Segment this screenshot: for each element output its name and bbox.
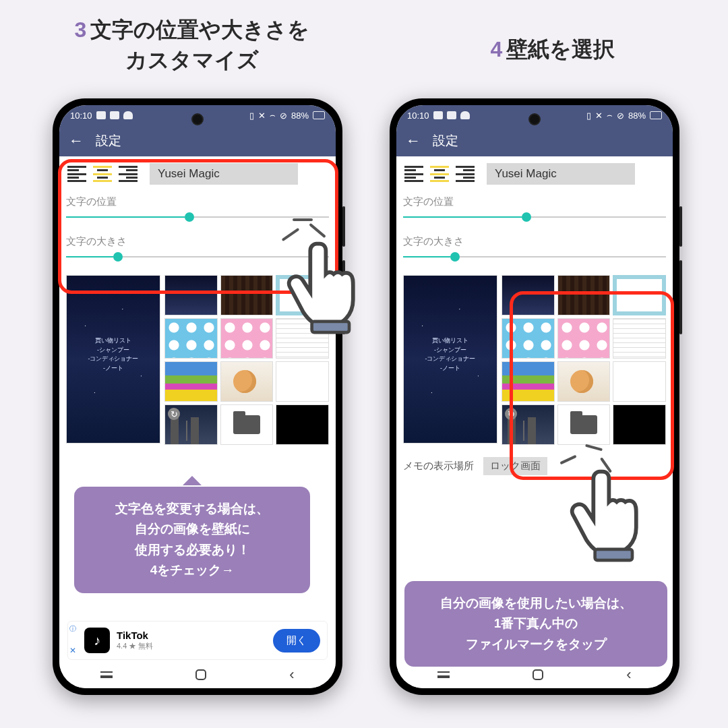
app-bar: ← 設定 xyxy=(59,125,336,156)
wallpaper-dots-pink[interactable] xyxy=(220,318,274,359)
cloud-icon xyxy=(123,111,133,119)
android-navbar: ‹ xyxy=(59,661,336,688)
wifi-icon: ⌢ xyxy=(270,110,276,121)
align-center-icon[interactable] xyxy=(93,166,112,182)
memo-location-label: メモの表示場所 xyxy=(403,460,474,473)
back-icon[interactable]: ← xyxy=(69,132,84,150)
status-bar: 10:10 ▯✕⌢⊘88% xyxy=(59,105,336,125)
appbar-title: 設定 xyxy=(96,132,121,150)
align-center-icon[interactable] xyxy=(430,166,449,182)
ad-rating: 4.4 ★ 無料 xyxy=(117,641,266,651)
speech-bubble-left: 文字色を変更する場合は、 自分の画像を壁紙に 使用する必要あり！ 4をチェック→ xyxy=(74,487,310,593)
nav-recent-icon[interactable] xyxy=(100,671,113,678)
wallpaper-white[interactable] xyxy=(613,361,666,402)
battery-icon xyxy=(650,111,662,119)
battery-icon xyxy=(313,111,325,119)
cloud-icon xyxy=(460,111,470,119)
wallpaper-wood[interactable] xyxy=(220,275,274,315)
nav-back-icon[interactable]: ‹ xyxy=(626,666,631,684)
wallpaper-grid: ↻ xyxy=(164,275,329,445)
size-label: 文字の大きさ xyxy=(403,235,666,248)
wallpaper-white[interactable] xyxy=(276,361,329,402)
wallpaper-city[interactable]: ↻ xyxy=(164,404,218,445)
vibrate-icon: ▯ xyxy=(586,111,591,121)
wallpaper-wood[interactable] xyxy=(557,275,611,315)
refresh-icon[interactable]: ↻ xyxy=(505,408,517,420)
step4-number: 4 xyxy=(491,37,503,61)
block-icon: ⊘ xyxy=(280,111,287,121)
app-bar: ← 設定 xyxy=(396,125,673,156)
wallpaper-lines[interactable] xyxy=(276,318,329,359)
align-right-icon[interactable] xyxy=(119,166,138,182)
status-bar: 10:10 ▯✕⌢⊘88% xyxy=(396,105,673,125)
chat-icon xyxy=(110,111,119,119)
align-right-icon[interactable] xyxy=(456,166,475,182)
wallpaper-cat[interactable] xyxy=(557,361,611,402)
wallpaper-preview: 買い物リスト -シャンプー -コンディショナー -ノート xyxy=(66,275,160,444)
font-selector[interactable]: Yusei Magic xyxy=(150,163,298,185)
position-label: 文字の位置 xyxy=(66,195,329,208)
gallery-icon xyxy=(96,111,106,119)
ad-close-icon[interactable]: ✕ xyxy=(69,646,76,655)
wallpaper-stars[interactable] xyxy=(502,275,555,315)
position-label: 文字の位置 xyxy=(403,195,666,208)
nav-home-icon[interactable] xyxy=(195,669,206,680)
block-icon: ⊘ xyxy=(617,111,624,121)
refresh-icon[interactable]: ↻ xyxy=(168,408,180,420)
wallpaper-lace[interactable] xyxy=(276,275,329,315)
wallpaper-cat[interactable] xyxy=(220,361,274,402)
wallpaper-grid: ↻ xyxy=(502,275,666,445)
ad-info-icon[interactable]: ⓘ xyxy=(69,626,76,632)
wallpaper-preview: 買い物リスト -シャンプー -コンディショナー -ノート xyxy=(403,275,497,444)
wallpaper-dots-pink[interactable] xyxy=(557,318,611,359)
memo-location-value[interactable]: ロック画面 xyxy=(483,457,547,475)
ad-open-button[interactable]: 開く xyxy=(273,629,320,653)
vibrate-icon: ▯ xyxy=(249,111,254,121)
wallpaper-city[interactable]: ↻ xyxy=(502,404,555,445)
ad-app-name: TikTok xyxy=(117,630,266,641)
folder-icon xyxy=(570,415,597,434)
nav-home-icon[interactable] xyxy=(533,669,543,680)
wallpaper-dots-blue[interactable] xyxy=(502,318,555,359)
mute-icon: ✕ xyxy=(258,111,266,121)
mute-icon: ✕ xyxy=(595,111,603,121)
chat-icon xyxy=(447,111,456,119)
position-slider[interactable] xyxy=(403,211,666,223)
speech-bubble-right: 自分の画像を使用したい場合は、 1番下真ん中の ファイルマークをタップ xyxy=(404,581,667,667)
wallpaper-field[interactable] xyxy=(502,361,555,402)
wallpaper-black[interactable] xyxy=(613,404,666,445)
wallpaper-folder[interactable] xyxy=(220,404,274,445)
wallpaper-dots-blue[interactable] xyxy=(164,318,218,359)
gallery-icon xyxy=(433,111,443,119)
wallpaper-black[interactable] xyxy=(276,404,329,445)
ad-banner[interactable]: ⓘ ✕ ♪ TikTok 4.4 ★ 無料 開く xyxy=(67,621,328,660)
wallpaper-lace[interactable] xyxy=(613,275,666,315)
size-slider[interactable] xyxy=(403,251,666,263)
nav-back-icon[interactable]: ‹ xyxy=(289,666,294,684)
step4-title: 4壁紙を選択 xyxy=(418,35,688,65)
font-selector[interactable]: Yusei Magic xyxy=(487,163,635,185)
step3-title: 3文字の位置や大きさを カスタマイズ xyxy=(47,15,337,75)
folder-icon xyxy=(233,415,260,434)
phone-left: 10:10 ▯✕⌢⊘88% ← 設定 Yusei Magic 文字の位置 文字の… xyxy=(53,98,342,695)
tap-spark xyxy=(280,213,328,260)
appbar-title: 設定 xyxy=(433,132,458,150)
wifi-icon: ⌢ xyxy=(607,110,613,121)
tiktok-icon: ♪ xyxy=(84,628,110,653)
wallpaper-field[interactable] xyxy=(164,361,218,402)
wallpaper-folder[interactable] xyxy=(557,404,611,445)
wallpaper-lines[interactable] xyxy=(613,318,666,359)
back-icon[interactable]: ← xyxy=(406,132,421,150)
nav-recent-icon[interactable] xyxy=(437,671,450,678)
tap-spark xyxy=(559,439,607,487)
align-left-icon[interactable] xyxy=(67,166,86,182)
align-left-icon[interactable] xyxy=(404,166,423,182)
wallpaper-stars[interactable] xyxy=(164,275,218,315)
step3-number: 3 xyxy=(75,18,87,42)
